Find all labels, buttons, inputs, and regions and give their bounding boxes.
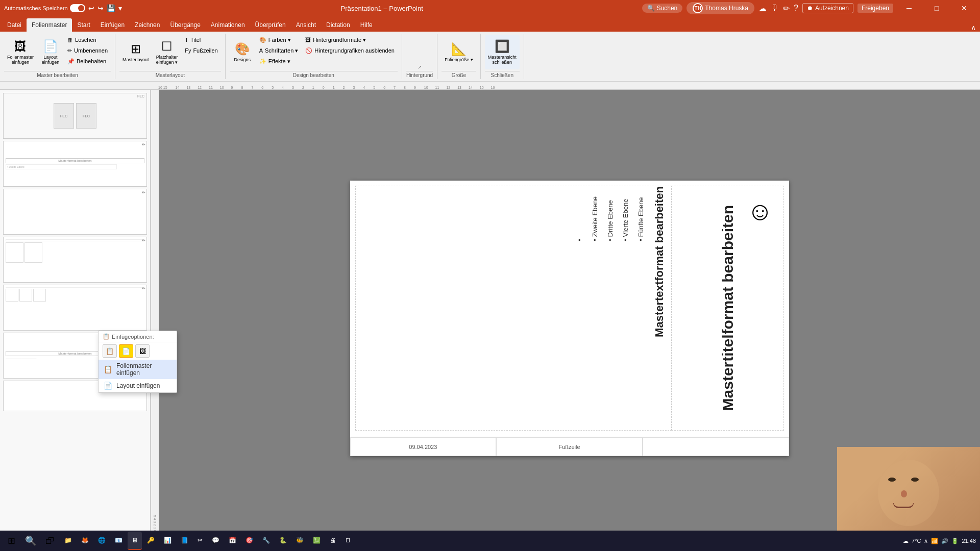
foliengroesse-label: Foliengröße ▾: [445, 57, 473, 62]
tab-einfuegen[interactable]: Einfügen: [95, 18, 130, 32]
taskbar-app1[interactable]: 🔑: [143, 532, 159, 550]
beibehalten-btn[interactable]: 📌 Beibehalten: [64, 56, 111, 66]
hintergrund-expand-icon[interactable]: ↗: [418, 64, 422, 70]
tab-dictation[interactable]: Dictation: [321, 18, 355, 32]
taskbar-app9[interactable]: 🐍: [275, 532, 291, 550]
taskbar-outlook[interactable]: 📧: [111, 532, 127, 550]
context-menu-item-2[interactable]: 📄 Layout einfügen: [99, 379, 177, 392]
platzhalter-icon: ☐: [161, 39, 173, 54]
taskbar-app11[interactable]: 💹: [309, 532, 325, 550]
schriftarten-label: Schriftarten ▾: [265, 47, 298, 54]
taskbar-app13[interactable]: 🗒: [341, 532, 355, 550]
tab-datei[interactable]: Datei: [2, 18, 27, 32]
autosave-toggle[interactable]: Automatisches Speichern: [4, 4, 85, 12]
taskbar-app10[interactable]: 🐝: [292, 532, 308, 550]
footer-number: [643, 437, 789, 456]
taskbar-app8[interactable]: 🔧: [258, 532, 274, 550]
taskbar-arrow-icon[interactable]: ∧: [924, 538, 928, 544]
share-btn[interactable]: Freigeben: [857, 4, 893, 13]
context-menu: 📋 Einfügeoptionen: 📋 📄 🖼 📋 Folienmaster …: [98, 331, 177, 393]
taskbar-explorer[interactable]: 📁: [60, 532, 76, 550]
paste-icons-row: 📋 📄 🖼: [99, 342, 177, 360]
group-masterlayout: ⊞ Masterlayout ☐ Platzhaltereinfügen ▾ T…: [115, 34, 226, 79]
tab-uebergaenge[interactable]: Übergänge: [165, 18, 205, 32]
cloud-icon[interactable]: ☁: [758, 4, 767, 13]
slide-thumb-1[interactable]: FEC FEC FEC: [3, 93, 147, 139]
masteransicht-schliessen-btn[interactable]: 🔲 Masteransichtschließen: [485, 35, 520, 69]
designs-icon: 🎨: [235, 42, 250, 56]
tab-folienmaster[interactable]: Folienmaster: [27, 18, 72, 32]
taskbar-app12[interactable]: 🖨: [326, 532, 340, 550]
tab-animationen[interactable]: Animationen: [206, 18, 250, 32]
folienmaster-einfuegen-btn[interactable]: 🖼 Folienmastereinfügen: [4, 35, 37, 69]
designs-label: Designs: [234, 57, 251, 62]
user-badge[interactable]: TH Thomas Hruska: [687, 2, 754, 14]
farben-btn[interactable]: 🎨 Farben ▾: [256, 35, 302, 45]
slide-thumb-3[interactable]: ✏: [3, 189, 147, 235]
taskbar-app3[interactable]: 📘: [177, 532, 192, 550]
windows-btn[interactable]: ⊞: [2, 532, 20, 550]
redo-icon[interactable]: ↪: [97, 4, 104, 12]
umbenennen-btn[interactable]: ✏ Umbenennen: [64, 45, 111, 56]
paste-icon-2[interactable]: 📄: [119, 344, 133, 358]
taskview-btn[interactable]: 🗗: [41, 532, 59, 550]
pen-icon[interactable]: ✏: [783, 4, 790, 13]
hintergrundformate-btn[interactable]: 🖼 Hintergrundformate ▾: [302, 35, 398, 45]
titel-btn[interactable]: T Titel: [182, 35, 221, 45]
taskbar-chrome[interactable]: 🌐: [94, 532, 110, 550]
tab-ansicht[interactable]: Ansicht: [291, 18, 321, 32]
group-design-buttons: 🎨 Designs 🎨 Farben ▾ A Schriftarten ▾ ✨ …: [230, 35, 398, 70]
farben-icon: 🎨: [259, 37, 266, 43]
masterlayout-icon: ⊞: [131, 42, 141, 56]
bullet-level-4: • Vierte Ebene: [619, 196, 632, 241]
loeschen-btn[interactable]: 🗑 Löschen: [64, 35, 111, 45]
hintergrundgrafiken-btn[interactable]: 🚫 Hintergrundgrafiken ausblenden: [302, 45, 398, 56]
fusszeilen-btn[interactable]: Fy Fußzeilen: [182, 45, 221, 56]
taskbar-firefox[interactable]: 🦊: [77, 532, 93, 550]
taskbar-app7[interactable]: 🎯: [241, 532, 257, 550]
slide-thumb-5[interactable]: ✏: [3, 285, 147, 331]
undo-icon[interactable]: ↩: [88, 4, 94, 12]
slide-panel[interactable]: FEC FEC FEC Masterformat bearbeiten • Zw…: [0, 90, 151, 547]
record-btn[interactable]: ⏺ Aufzeichnen: [802, 3, 853, 13]
record-label: Aufzeichnen: [815, 5, 849, 12]
slide-thumb-4[interactable]: ✏: [3, 237, 147, 283]
more-icon[interactable]: ▾: [118, 4, 122, 12]
tab-zeichnen[interactable]: Zeichnen: [130, 18, 165, 32]
taskbar-powerpoint[interactable]: 🖥: [128, 532, 142, 550]
close-btn[interactable]: ✕: [952, 0, 976, 16]
footer-date: 09.04.2023: [350, 437, 497, 456]
context-menu-item-1[interactable]: 📋 Folienmaster einfügen: [99, 360, 177, 379]
taskbar-app6[interactable]: 📅: [225, 532, 240, 550]
taskbar-app2[interactable]: 📊: [160, 532, 176, 550]
autosave-label: Automatisches Speichern: [4, 5, 68, 11]
designs-btn[interactable]: 🎨 Designs: [230, 35, 255, 69]
maximize-btn[interactable]: □: [925, 0, 948, 16]
paste-icon-1[interactable]: 📋: [103, 344, 117, 358]
taskbar-app5[interactable]: 💬: [208, 532, 224, 550]
umbenennen-icon: ✏: [67, 47, 72, 54]
layout-einfuegen-btn[interactable]: 📄 Layouteinfügen: [38, 35, 63, 69]
collapse-ribbon-icon[interactable]: ∧: [971, 23, 976, 32]
minimize-btn[interactable]: ─: [897, 0, 921, 16]
paste-icon-3[interactable]: 🖼: [135, 344, 150, 358]
help-icon[interactable]: ?: [794, 4, 798, 13]
taskbar-app4[interactable]: ✂: [193, 532, 207, 550]
title-bar: Automatisches Speichern ↩ ↪ 💾 ▾ Präsenta…: [0, 0, 980, 16]
masterlayout-btn[interactable]: ⊞ Masterlayout: [119, 35, 152, 69]
effekte-btn[interactable]: ✨ Effekte ▾: [256, 56, 302, 66]
platzhalter-btn[interactable]: ☐ Platzhaltereinfügen ▾: [153, 35, 181, 69]
schriftarten-btn[interactable]: A Schriftarten ▾: [256, 45, 302, 56]
face-container: [873, 449, 944, 536]
mic-icon[interactable]: 🎙: [771, 4, 779, 13]
tab-ueberpruefen[interactable]: Überprüfen: [250, 18, 291, 32]
search-box[interactable]: 🔍 Suchen: [642, 4, 683, 13]
search-taskbar-btn[interactable]: 🔍: [21, 532, 40, 550]
tab-start[interactable]: Start: [72, 18, 95, 32]
slide-thumb-2[interactable]: Masterformat bearbeiten • Zweite Ebene ✏: [3, 141, 147, 187]
toggle-switch[interactable]: [70, 4, 85, 12]
tab-hilfe[interactable]: Hilfe: [355, 18, 378, 32]
foliengroesse-btn[interactable]: 📐 Foliengröße ▾: [442, 35, 476, 69]
slide-2-badge: ✏: [142, 142, 145, 147]
save-icon[interactable]: 💾: [107, 4, 115, 12]
